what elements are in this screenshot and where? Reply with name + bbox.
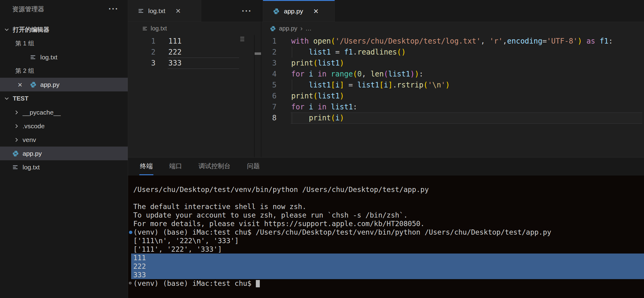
panel-tab-bar: 终端 端口 调试控制台 问题 bbox=[128, 158, 644, 175]
current-line-highlight bbox=[291, 112, 642, 124]
more-actions-icon[interactable]: ··· bbox=[109, 5, 119, 13]
tab-app-py[interactable]: app.py × bbox=[263, 0, 335, 22]
terminal-line[interactable]: /Users/chu/Desktop/test/venv/bin/python … bbox=[128, 185, 644, 194]
editor-group-1: log.txt × ··· log.txt 111122223333 bbox=[128, 0, 261, 157]
terminal-output: /Users/chu/Desktop/test/venv/bin/python … bbox=[128, 176, 644, 288]
workspace-section-header[interactable]: TEST bbox=[0, 91, 128, 105]
code-line-4[interactable]: 4for i in range(0, len(list1)): bbox=[261, 69, 644, 80]
indent-guide bbox=[292, 47, 292, 58]
code-line-7[interactable]: 7for i in list1: bbox=[261, 101, 644, 112]
file-tree: __pycache__.vscodevenvapp.pylog.txt bbox=[0, 105, 128, 174]
terminal-line[interactable]: 333 bbox=[128, 271, 644, 279]
breadcrumb[interactable]: app.py › ... bbox=[261, 22, 644, 35]
open-editors-group-label: 第 2 组 bbox=[0, 64, 128, 78]
text-file-icon bbox=[142, 26, 148, 31]
text-file-icon bbox=[12, 164, 20, 170]
terminal-line[interactable] bbox=[128, 194, 644, 202]
open-editors-group-label: 第 1 组 bbox=[0, 37, 128, 50]
open-editor-item-app.py[interactable]: ×app.py bbox=[0, 78, 128, 91]
terminal-line[interactable]: (venv) (base) iMac:test chu$ bbox=[128, 279, 644, 288]
command-decoration-icon[interactable] bbox=[129, 231, 132, 234]
chevron-down-icon bbox=[4, 27, 13, 33]
chevron-down-icon bbox=[4, 95, 13, 101]
python-icon bbox=[12, 150, 20, 157]
terminal-cursor bbox=[256, 280, 260, 287]
terminal-line[interactable]: 111 bbox=[128, 254, 644, 262]
terminal-line[interactable]: The default interactive shell is now zsh… bbox=[128, 202, 644, 211]
breadcrumb-item[interactable]: log.txt bbox=[151, 25, 167, 32]
code-line-3[interactable]: 3print(list1) bbox=[261, 58, 644, 69]
close-icon[interactable]: × bbox=[18, 81, 27, 89]
breadcrumb-item[interactable]: ... bbox=[306, 25, 312, 32]
tree-item-__pycache__[interactable]: __pycache__ bbox=[0, 105, 128, 119]
chevron-right-icon bbox=[13, 123, 23, 129]
current-line-highlight bbox=[168, 58, 239, 69]
tab-label: log.txt bbox=[148, 7, 165, 15]
chevron-right-icon bbox=[13, 109, 23, 115]
close-icon[interactable]: × bbox=[176, 7, 181, 15]
tab-log-txt[interactable]: log.txt × bbox=[128, 0, 201, 22]
code-line-2[interactable]: 2 list1 = f1.readlines() bbox=[261, 47, 644, 58]
tree-item-log.txt[interactable]: log.txt bbox=[0, 160, 128, 174]
log-line-2[interactable]: 2222 bbox=[128, 47, 261, 58]
python-icon bbox=[30, 81, 38, 88]
editor-group-2: app.py × app.py › ... 1with open('/Users… bbox=[261, 0, 644, 157]
tree-item-venv[interactable]: venv bbox=[0, 133, 128, 147]
code-line-6[interactable]: 6print(list1) bbox=[261, 90, 644, 101]
minimap[interactable] bbox=[240, 37, 244, 42]
terminal-line[interactable]: ['111', '222', '333'] bbox=[128, 245, 644, 254]
terminal-line[interactable]: For more details, please visit https://s… bbox=[128, 219, 644, 228]
breadcrumb-item[interactable]: app.py bbox=[279, 25, 297, 32]
editor-lines: 1with open('/Users/chu/Desktop/test/log.… bbox=[261, 36, 644, 123]
text-editor-log[interactable]: 111122223333 bbox=[128, 35, 261, 157]
scrollbar-slider[interactable] bbox=[255, 52, 261, 55]
terminal-line[interactable]: (venv) (base) iMac:test chu$ /Users/chu/… bbox=[128, 228, 644, 236]
tab-bar: log.txt × ··· bbox=[128, 0, 261, 22]
workspace-label: TEST bbox=[13, 95, 28, 102]
text-editor-app[interactable]: 1with open('/Users/chu/Desktop/test/log.… bbox=[261, 35, 644, 157]
panel-tab-problems[interactable]: 问题 bbox=[246, 158, 260, 175]
tree-item-.vscode[interactable]: .vscode bbox=[0, 119, 128, 133]
open-editors-section-header[interactable]: 打开的编辑器 bbox=[0, 23, 128, 37]
python-icon bbox=[273, 8, 280, 15]
code-line-1[interactable]: 1with open('/Users/chu/Desktop/test/log.… bbox=[261, 36, 644, 47]
chevron-right-icon bbox=[13, 137, 23, 143]
indent-guide bbox=[292, 80, 292, 90]
terminal-line[interactable]: 222 bbox=[128, 262, 644, 271]
panel-tab-terminal[interactable]: 终端 bbox=[139, 158, 153, 175]
explorer-sidebar: 资源管理器 ··· 打开的编辑器 第 1 组×log.txt第 2 组×app.… bbox=[0, 0, 128, 298]
open-editors-list: 第 1 组×log.txt第 2 组×app.py bbox=[0, 37, 128, 91]
terminal-line[interactable]: ['111\n', '222\n', '333'] bbox=[128, 236, 644, 245]
panel-tab-ports[interactable]: 端口 bbox=[169, 158, 183, 175]
code-line-5[interactable]: 5 list1[i] = list1[i].rstrip('\n') bbox=[261, 80, 644, 90]
open-editor-item-log.txt[interactable]: ×log.txt bbox=[0, 50, 128, 64]
tab-label: app.py bbox=[284, 8, 303, 15]
terminal-line[interactable]: To update your account to use zsh, pleas… bbox=[128, 211, 644, 219]
text-file-icon bbox=[138, 8, 144, 14]
command-decoration-icon[interactable] bbox=[129, 282, 131, 284]
open-editors-label: 打开的编辑器 bbox=[13, 26, 49, 34]
sidebar-title: 资源管理器 bbox=[12, 5, 44, 13]
panel-tab-debug-console[interactable]: 调试控制台 bbox=[198, 158, 231, 175]
breadcrumb[interactable]: log.txt bbox=[128, 22, 261, 35]
tab-bar: app.py × bbox=[261, 0, 644, 22]
bottom-panel: 终端 端口 调试控制台 问题 /Users/chu/Desktop/test/v… bbox=[128, 157, 644, 298]
terminal-view[interactable]: /Users/chu/Desktop/test/venv/bin/python … bbox=[128, 176, 644, 298]
indent-guide bbox=[292, 112, 292, 123]
sidebar-header: 资源管理器 ··· bbox=[0, 0, 128, 18]
text-file-icon bbox=[30, 54, 38, 60]
chevron-right-icon: › bbox=[300, 25, 302, 33]
tree-item-app.py[interactable]: app.py bbox=[0, 147, 128, 160]
close-icon[interactable]: × bbox=[313, 7, 318, 16]
python-icon bbox=[270, 26, 276, 32]
editor-area: log.txt × ··· log.txt 111122223333 app.p… bbox=[128, 0, 644, 157]
more-actions-icon[interactable]: ··· bbox=[242, 7, 252, 15]
